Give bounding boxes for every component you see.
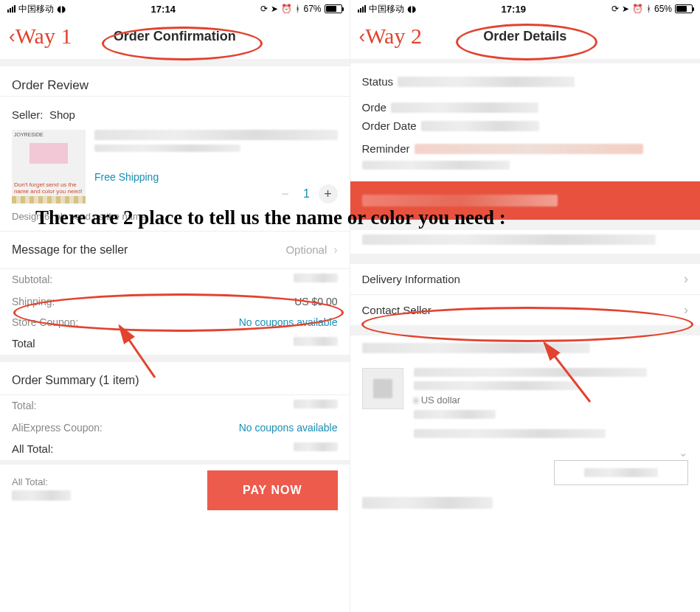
- bluetooth-icon: ᚼ: [646, 4, 651, 14]
- blurred-text: [391, 102, 538, 113]
- signal-icon: [358, 5, 366, 13]
- checkout-bar: All Total: PAY NOW: [0, 465, 350, 510]
- product-thumbnail: [362, 368, 403, 409]
- product-thumbnail: JOYRESIDE Don't forget send us the name …: [12, 130, 86, 204]
- blurred-text: [362, 497, 493, 509]
- no-coupons-link[interactable]: No coupons available: [239, 422, 338, 434]
- blurred-text: [362, 343, 591, 353]
- blurred-text: [294, 337, 338, 346]
- seller-name: Shop: [49, 108, 75, 121]
- chevron-down-icon[interactable]: ⌄: [679, 446, 688, 459]
- shipping-value: US $0.00: [294, 296, 337, 307]
- blurred-text: [362, 195, 558, 206]
- alarm-icon: ⏰: [281, 4, 292, 14]
- optional-hint: Optional: [285, 243, 327, 256]
- orientation-lock-icon: ⟳: [611, 4, 619, 14]
- location-icon: ➤: [622, 4, 629, 14]
- clock: 17:14: [151, 4, 176, 15]
- screen-order-details: 中国移动 ◖◗ 17:19 ⟳ ➤ ⏰ ᚼ 65% ‹ Way 2 Order …: [350, 0, 701, 612]
- page-title: Order Details: [483, 29, 566, 44]
- blurred-text: [421, 121, 539, 131]
- status-label: Status: [362, 75, 394, 88]
- annotation-way1: Way 1: [15, 24, 72, 49]
- blurred-text: [294, 442, 338, 451]
- blurred-text: [584, 468, 658, 477]
- message-seller-row[interactable]: Message for the seller Optional ›: [0, 232, 350, 268]
- free-shipping-link[interactable]: Free Shipping: [94, 171, 159, 183]
- header: ‹ Way 2 Order Details: [350, 16, 701, 59]
- blurred-text: [94, 145, 240, 152]
- carrier-label: 中国移动: [369, 3, 404, 15]
- blurred-text: [414, 410, 496, 419]
- status-bar: 中国移动 ◖◗ 17:19 ⟳ ➤ ⏰ ᚼ 65%: [350, 0, 701, 16]
- screen-order-confirmation: 中国移动 ◖◗ 17:14 ⟳ ➤ ⏰ ᚼ 67% ‹ Way 1 Order …: [0, 0, 350, 612]
- header: ‹ Way 1 Order Confirmation: [0, 16, 350, 59]
- blurred-text: [398, 77, 575, 87]
- delivery-info-label: Delivery Information: [362, 273, 460, 285]
- blurred-text: [294, 274, 338, 282]
- orientation-lock-icon: ⟳: [260, 4, 268, 14]
- alert-banner[interactable]: [350, 181, 701, 220]
- battery-icon: [675, 4, 693, 13]
- total-label: Total: [12, 337, 35, 350]
- page-title: Order Confirmation: [114, 29, 236, 44]
- ali-coupon-label: AliExpress Coupon:: [12, 422, 103, 434]
- seller-label: Seller:: [12, 108, 44, 121]
- quantity-increase[interactable]: +: [319, 184, 338, 204]
- chevron-right-icon: ›: [684, 271, 688, 287]
- annotation-way2: Way 2: [365, 24, 422, 49]
- blurred-text: [12, 490, 71, 501]
- bluetooth-icon: ᚼ: [295, 4, 300, 14]
- subtotal-label: Subtotal:: [12, 274, 52, 287]
- order-date-label: Order Date: [362, 119, 417, 132]
- status-bar: 中国移动 ◖◗ 17:14 ⟳ ➤ ⏰ ᚼ 67%: [0, 0, 350, 16]
- no-coupons-link[interactable]: No coupons available: [239, 316, 338, 328]
- battery-percent: 65%: [654, 4, 672, 14]
- blurred-text: [415, 144, 643, 154]
- blurred-text: [94, 130, 338, 140]
- chevron-right-icon: ›: [330, 243, 338, 256]
- blurred-text: [362, 234, 656, 245]
- battery-percent: 67%: [303, 4, 321, 14]
- blurred-text: [414, 368, 648, 377]
- variant-note: Design 6, pls send us the name: [0, 209, 350, 231]
- all-total-footer-label: All Total:: [12, 476, 195, 487]
- product-card[interactable]: x US dollar ⌄: [350, 358, 701, 453]
- order-id-label: Orde: [362, 101, 387, 114]
- wifi-icon: ◖◗: [407, 4, 416, 14]
- chevron-right-icon: ›: [684, 302, 688, 318]
- seller-row: Seller: Shop: [0, 97, 350, 130]
- contact-seller-label: Contact Seller: [362, 304, 432, 316]
- clock: 17:19: [502, 4, 526, 15]
- currency-label: US dollar: [421, 394, 460, 406]
- alarm-icon: ⏰: [632, 4, 643, 14]
- reminder-label: Reminder: [362, 142, 410, 155]
- back-button[interactable]: ‹: [359, 29, 366, 44]
- contact-seller-row[interactable]: Contact Seller ›: [350, 295, 701, 325]
- product-row[interactable]: JOYRESIDE Don't forget send us the name …: [0, 130, 350, 209]
- battery-icon: [325, 4, 342, 13]
- shipping-label: Shipping:: [12, 296, 55, 307]
- store-coupon-label: Store Coupon:: [12, 316, 78, 328]
- quantity-decrease[interactable]: −: [276, 184, 295, 204]
- blurred-text: [414, 381, 579, 390]
- message-seller-label: Message for the seller: [12, 243, 128, 257]
- location-icon: ➤: [271, 4, 278, 14]
- carrier-label: 中国移动: [18, 3, 54, 15]
- order-meta: Status Orde Order Date Reminder: [350, 63, 701, 175]
- back-button[interactable]: ‹: [9, 29, 15, 44]
- wifi-icon: ◖◗: [57, 4, 66, 14]
- order-review-heading: Order Review: [0, 66, 350, 96]
- blurred-text: [362, 161, 510, 170]
- signal-icon: [7, 5, 15, 13]
- blurred-text: [414, 429, 606, 438]
- quantity-value: 1: [299, 187, 314, 201]
- all-total-label: All Total:: [12, 442, 53, 456]
- blurred-text: [294, 400, 338, 408]
- action-button[interactable]: [554, 460, 688, 485]
- delivery-info-row[interactable]: Delivery Information ›: [350, 264, 701, 294]
- order-summary-heading: Order Summary (1 item): [0, 362, 350, 394]
- pay-now-button[interactable]: PAY NOW: [207, 470, 338, 510]
- summary-total-label: Total:: [12, 400, 36, 413]
